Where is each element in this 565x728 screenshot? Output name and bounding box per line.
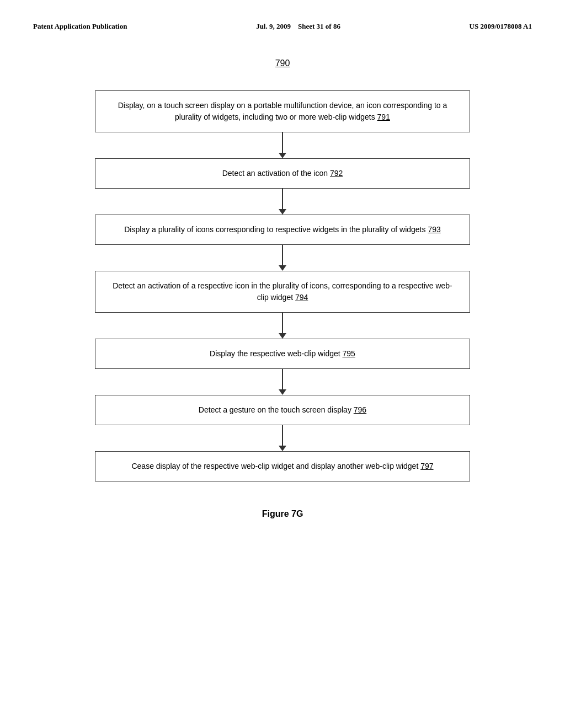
arrow-head-6: [279, 446, 286, 451]
diagram-title: 790: [275, 58, 290, 68]
diagram-container: 790 Display, on a touch screen display o…: [33, 58, 532, 519]
box7-text: Cease display of the respective web-clip…: [131, 462, 433, 470]
header-center: Jul. 9, 2009 Sheet 31 of 86: [256, 22, 340, 31]
box6-ref: 796: [354, 405, 366, 414]
box5-text: Display the respective web-clip widget 7…: [210, 349, 355, 358]
flowchart-box-792: Detect an activation of the icon 792: [95, 158, 470, 189]
box2-text: Detect an activation of the icon 792: [222, 169, 343, 178]
arrow-line-4: [282, 313, 283, 334]
flowchart-box-794: Detect an activation of a respective ico…: [95, 271, 470, 313]
arrow-6: [279, 425, 286, 451]
header-left: Patent Application Publication: [33, 22, 127, 31]
arrow-4: [279, 313, 286, 339]
flowchart-box-793: Display a plurality of icons correspondi…: [95, 215, 470, 245]
arrow-1: [279, 132, 286, 158]
box3-ref: 793: [428, 225, 440, 234]
box6-text: Detect a gesture on the touch screen dis…: [199, 405, 366, 414]
page: Patent Application Publication Jul. 9, 2…: [0, 0, 565, 728]
page-header: Patent Application Publication Jul. 9, 2…: [33, 22, 532, 31]
arrow-head-3: [279, 265, 286, 271]
arrow-head-5: [279, 389, 286, 395]
flowchart-box-795: Display the respective web-clip widget 7…: [95, 339, 470, 369]
box5-ref: 795: [343, 349, 355, 358]
arrow-line-3: [282, 245, 283, 266]
header-sheet: Sheet 31 of 86: [298, 22, 340, 30]
flowchart-box-797: Cease display of the respective web-clip…: [95, 451, 470, 481]
arrow-head-1: [279, 153, 286, 158]
flowchart-box-796: Detect a gesture on the touch screen dis…: [95, 395, 470, 425]
arrow-line-6: [282, 425, 283, 446]
box4-text: Detect an activation of a respective ico…: [113, 281, 452, 302]
flowchart: Display, on a touch screen display on a …: [95, 90, 470, 481]
arrow-line-2: [282, 189, 283, 210]
header-right: US 2009/0178008 A1: [470, 22, 532, 31]
flowchart-box-791: Display, on a touch screen display on a …: [95, 90, 470, 132]
box2-ref: 792: [330, 169, 343, 178]
arrow-3: [279, 245, 286, 271]
box7-ref: 797: [420, 462, 433, 470]
arrow-line-5: [282, 369, 283, 390]
header-date: Jul. 9, 2009: [256, 22, 291, 30]
figure-caption: Figure 7G: [262, 509, 303, 519]
arrow-head-2: [279, 209, 286, 215]
arrow-2: [279, 189, 286, 215]
arrow-line-1: [282, 132, 283, 153]
arrow-head-4: [279, 333, 286, 339]
box4-ref: 794: [295, 293, 308, 302]
box1-text: Display, on a touch screen display on a …: [118, 101, 447, 121]
arrow-5: [279, 369, 286, 395]
box1-ref: 791: [377, 113, 390, 121]
box3-text: Display a plurality of icons correspondi…: [124, 225, 441, 234]
